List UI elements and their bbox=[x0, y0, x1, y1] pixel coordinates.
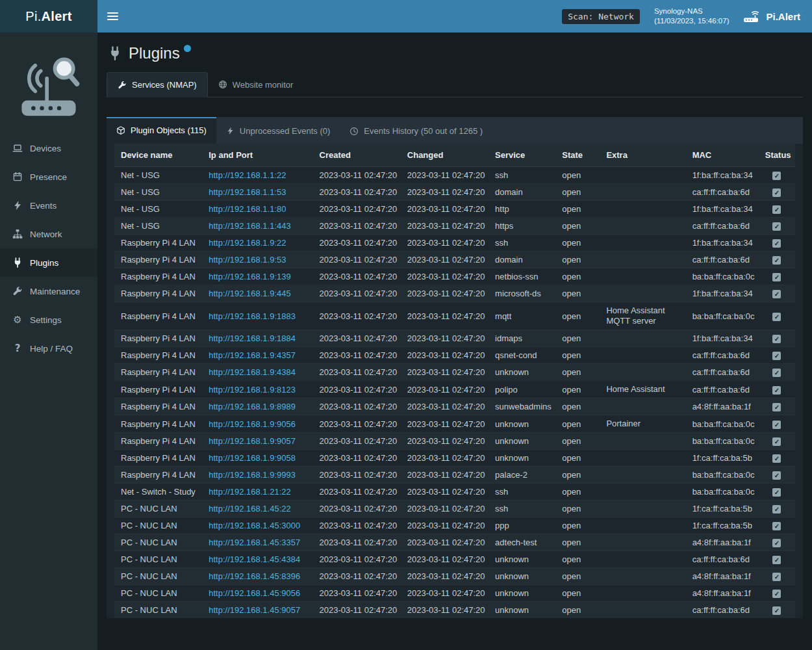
status-checkbox[interactable]: ✓ bbox=[772, 239, 781, 248]
cell-created: 2023-03-11 02:47:20 bbox=[313, 347, 401, 364]
ip-port-link[interactable]: http://192.168.1.45:9056 bbox=[209, 588, 300, 598]
cell-changed: 2023-03-11 02:47:20 bbox=[401, 568, 488, 585]
title-help-badge[interactable] bbox=[184, 45, 191, 52]
ip-port-link[interactable]: http://192.168.1.45:3000 bbox=[209, 521, 300, 530]
status-checkbox[interactable]: ✓ bbox=[772, 256, 781, 265]
ip-port-link[interactable]: http://192.168.1.1:22 bbox=[209, 170, 286, 180]
sidebar-item-plugins[interactable]: Plugins bbox=[0, 248, 97, 277]
ip-port-link[interactable]: http://192.168.1.9:4357 bbox=[209, 350, 296, 360]
cell-state: open bbox=[555, 568, 600, 585]
cell-changed: 2023-03-11 02:47:20 bbox=[401, 467, 488, 484]
bolt-icon bbox=[226, 127, 235, 135]
ip-port-link[interactable]: http://192.168.1.21:22 bbox=[209, 487, 291, 497]
cell-mac: ca:ff:ff:ca:ba:6d bbox=[686, 602, 759, 619]
status-checkbox[interactable]: ✓ bbox=[772, 421, 781, 429]
status-checkbox[interactable]: ✓ bbox=[772, 606, 781, 615]
ip-port-link[interactable]: http://192.168.1.1:80 bbox=[209, 204, 286, 214]
cell-device-name: Raspberry Pi 4 LAN bbox=[114, 347, 202, 364]
cell-ip-port: http://192.168.1.45:9057 bbox=[202, 602, 312, 619]
cell-extra bbox=[600, 167, 685, 184]
ip-port-link[interactable]: http://192.168.1.1:443 bbox=[209, 221, 291, 231]
cell-service: domain bbox=[488, 184, 555, 201]
status-checkbox[interactable]: ✓ bbox=[772, 454, 781, 463]
status-checkbox[interactable]: ✓ bbox=[772, 172, 781, 180]
cell-status: ✓ bbox=[759, 381, 795, 398]
cell-created: 2023-03-11 02:47:20 bbox=[313, 364, 401, 381]
ip-port-link[interactable]: http://192.168.1.9:8989 bbox=[209, 402, 296, 411]
status-checkbox[interactable]: ✓ bbox=[772, 403, 781, 411]
ip-port-link[interactable]: http://192.168.1.45:3357 bbox=[209, 538, 300, 547]
cell-extra bbox=[600, 585, 685, 602]
topbar-brand[interactable]: Pi.Alert bbox=[743, 10, 800, 23]
sidebar-item-devices[interactable]: Devices bbox=[0, 134, 97, 162]
sidebar-item-label: Network bbox=[30, 229, 62, 239]
sidebar-item-settings[interactable]: ⚙ Settings bbox=[0, 306, 97, 334]
status-checkbox[interactable]: ✓ bbox=[772, 335, 781, 343]
status-checkbox[interactable]: ✓ bbox=[772, 437, 781, 446]
status-checkbox[interactable]: ✓ bbox=[772, 590, 781, 598]
status-checkbox[interactable]: ✓ bbox=[772, 505, 781, 514]
status-checkbox[interactable]: ✓ bbox=[772, 369, 781, 377]
cell-mac: 1f:ba:ff:ca:ba:34 bbox=[686, 167, 759, 184]
status-checkbox[interactable]: ✓ bbox=[772, 313, 781, 321]
ip-port-link[interactable]: http://192.168.1.45:22 bbox=[209, 504, 291, 514]
status-checkbox[interactable]: ✓ bbox=[772, 273, 781, 281]
sidebar-item-presence[interactable]: Presence bbox=[0, 162, 97, 191]
ip-port-link[interactable]: http://192.168.1.9:9993 bbox=[209, 470, 296, 480]
cell-status: ✓ bbox=[759, 484, 795, 500]
ip-port-link[interactable]: http://192.168.1.9:9057 bbox=[209, 436, 296, 446]
ip-port-link[interactable]: http://192.168.1.45:4384 bbox=[209, 554, 300, 564]
tab-unprocessed-events[interactable]: Unprocessed Events (0) bbox=[216, 117, 340, 144]
cell-status: ✓ bbox=[759, 218, 795, 235]
sidebar-item-network[interactable]: Network bbox=[0, 220, 97, 248]
table-row: Raspberry Pi 4 LANhttp://192.168.1.9:222… bbox=[114, 235, 795, 252]
table-row: PC - NUC LANhttp://192.168.1.45:90562023… bbox=[114, 585, 795, 602]
status-checkbox[interactable]: ✓ bbox=[772, 539, 781, 547]
ip-port-link[interactable]: http://192.168.1.9:4384 bbox=[209, 367, 296, 377]
status-checkbox[interactable]: ✓ bbox=[772, 205, 781, 214]
ip-port-link[interactable]: http://192.168.1.9:22 bbox=[209, 238, 286, 248]
ip-port-link[interactable]: http://192.168.1.1:53 bbox=[209, 187, 286, 197]
status-checkbox[interactable]: ✓ bbox=[772, 471, 781, 480]
ip-port-link[interactable]: http://192.168.1.9:9056 bbox=[209, 419, 296, 429]
cell-mac: a4:8f:ff:aa:ba:1f bbox=[686, 534, 759, 551]
ip-port-link[interactable]: http://192.168.1.9:53 bbox=[209, 255, 286, 265]
ip-port-link[interactable]: http://192.168.1.45:9057 bbox=[209, 605, 300, 615]
status-checkbox[interactable]: ✓ bbox=[772, 222, 781, 231]
sidebar-item-help-faq[interactable]: ? Help / FAQ bbox=[0, 334, 97, 363]
ip-port-link[interactable]: http://192.168.1.9:8123 bbox=[209, 385, 296, 395]
menu-toggle-button[interactable] bbox=[107, 12, 118, 20]
clock-icon bbox=[349, 127, 359, 136]
ip-port-link[interactable]: http://192.168.1.9:139 bbox=[209, 272, 291, 281]
status-checkbox[interactable]: ✓ bbox=[772, 188, 781, 197]
table-row: PC - NUC LANhttp://192.168.1.45:90572023… bbox=[114, 602, 795, 619]
cell-mac: 1f:ca:ff:ca:ba:5b bbox=[686, 450, 759, 467]
cell-state: open bbox=[555, 252, 600, 268]
sidebar-item-maintenance[interactable]: Maintenance bbox=[0, 277, 97, 306]
app-logo[interactable]: Pi.Alert bbox=[0, 0, 97, 32]
cell-service: ssh bbox=[488, 500, 555, 517]
status-checkbox[interactable]: ✓ bbox=[772, 352, 781, 360]
tab-plugin-objects[interactable]: Plugin Objects (115) bbox=[107, 117, 216, 144]
status-checkbox[interactable]: ✓ bbox=[772, 488, 781, 497]
status-checkbox[interactable]: ✓ bbox=[772, 386, 781, 395]
cell-ip-port: http://192.168.1.45:3357 bbox=[202, 534, 312, 551]
status-checkbox[interactable]: ✓ bbox=[772, 522, 781, 530]
sidebar-item-events[interactable]: Events bbox=[0, 191, 97, 220]
ip-port-link[interactable]: http://192.168.1.45:8396 bbox=[209, 571, 300, 581]
ip-port-link[interactable]: http://192.168.1.9:445 bbox=[209, 289, 291, 298]
tab-events-history[interactable]: Events History (50 out of 1265 ) bbox=[340, 117, 492, 144]
status-checkbox[interactable]: ✓ bbox=[772, 573, 781, 581]
cell-device-name: Raspberry Pi 4 LAN bbox=[114, 285, 202, 302]
cell-changed: 2023-03-11 02:47:20 bbox=[401, 450, 488, 467]
cell-mac: ca:ff:ff:ca:ba:6d bbox=[686, 347, 759, 364]
tab-services-nmap[interactable]: Services (NMAP) bbox=[107, 72, 208, 98]
ip-port-link[interactable]: http://192.168.1.9:9058 bbox=[209, 453, 296, 463]
status-checkbox[interactable]: ✓ bbox=[772, 556, 781, 564]
status-checkbox[interactable]: ✓ bbox=[772, 290, 781, 298]
ip-port-link[interactable]: http://192.168.1.9:1883 bbox=[209, 311, 296, 321]
wrench-icon bbox=[118, 81, 127, 90]
tab-website-monitor[interactable]: Website monitor bbox=[208, 72, 304, 97]
ip-port-link[interactable]: http://192.168.1.9:1884 bbox=[209, 333, 296, 343]
cell-service: netbios-ssn bbox=[488, 268, 555, 285]
